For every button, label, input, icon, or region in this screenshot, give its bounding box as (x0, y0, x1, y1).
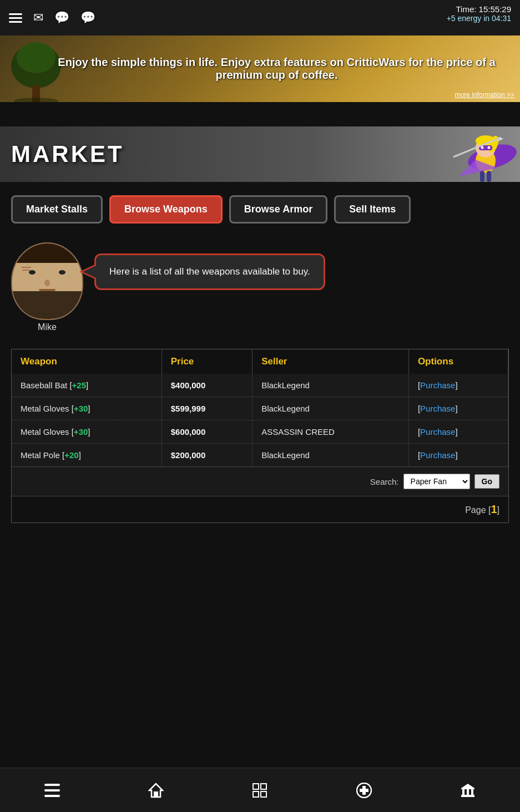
sell-items-button[interactable]: Sell Items (334, 195, 411, 224)
cell-seller-0: BlackLegend (253, 374, 409, 397)
svg-marker-34 (461, 784, 474, 788)
page-close: ] (497, 505, 499, 515)
mike-speech-text: Here is a list of all the weapons availa… (109, 266, 310, 277)
svg-rect-22 (253, 784, 259, 789)
mail-icon[interactable]: ✉ (33, 11, 43, 25)
col-header-weapon: Weapon (12, 349, 161, 374)
ad-more-info[interactable]: more information >> (455, 91, 514, 99)
bank-icon[interactable] (460, 783, 476, 798)
grid-icon[interactable] (252, 783, 267, 798)
time-display: Time: 15:55:29 +5 energy in 04:31 (447, 4, 511, 23)
mike-section: Mike Here is a list of all the weapons a… (0, 237, 520, 343)
mike-avatar-wrap: Mike (11, 242, 83, 332)
col-header-price: Price (161, 349, 252, 374)
svg-point-10 (481, 146, 484, 149)
table-header-row: Weapon Price Seller Options (12, 349, 508, 374)
search-row: Search: Paper FanBaseball BatMetal Glove… (12, 466, 508, 496)
table-row: Metal Pole [+20] $200,000 BlackLegend [P… (12, 444, 508, 467)
ad-text: Enjoy the simple things in life. Enjoy e… (0, 56, 520, 82)
table-row: Metal Gloves [+30] $599,999 BlackLegend … (12, 397, 508, 420)
col-header-seller: Seller (253, 349, 409, 374)
hamburger-icon[interactable] (9, 13, 22, 23)
cell-weapon-3: Metal Pole [+20] (12, 444, 161, 467)
weapons-table-wrap: Weapon Price Seller Options Baseball Bat… (11, 349, 509, 523)
svg-rect-31 (462, 789, 465, 795)
ad-banner: Enjoy the simple things in life. Enjoy e… (0, 35, 520, 102)
browse-armor-button[interactable]: Browse Armor (229, 195, 327, 224)
page-row: Page [1] (12, 496, 508, 522)
home-icon[interactable] (148, 783, 164, 798)
svg-rect-33 (471, 789, 473, 795)
nav-buttons: Market Stalls Browse Weapons Browse Armo… (0, 182, 520, 237)
svg-rect-29 (461, 795, 474, 797)
page-number[interactable]: 1 (491, 503, 497, 515)
energy-timer: +5 energy in 04:31 (447, 14, 511, 23)
svg-rect-15 (480, 171, 484, 182)
purchase-link-0[interactable]: Purchase (420, 380, 455, 390)
mike-name: Mike (11, 322, 83, 332)
bonus-0: +25 (72, 380, 86, 390)
bonus-3: +20 (64, 450, 78, 460)
purchase-link-3[interactable]: Purchase (420, 450, 455, 460)
cell-options-0: [Purchase] (408, 374, 508, 397)
hero-svg (403, 126, 520, 182)
col-header-options: Options (408, 349, 508, 374)
purchase-link-1[interactable]: Purchase (420, 404, 455, 413)
svg-rect-28 (360, 789, 368, 792)
cell-options-1: [Purchase] (408, 397, 508, 420)
svg-point-11 (488, 146, 491, 149)
cell-options-3: [Purchase] (408, 444, 508, 467)
cell-weapon-2: Metal Gloves [+30] (12, 420, 161, 444)
current-time: Time: 15:55:29 (447, 4, 511, 14)
svg-rect-30 (461, 788, 474, 789)
svg-rect-23 (261, 784, 266, 789)
svg-rect-25 (261, 791, 266, 797)
cell-seller-3: BlackLegend (253, 444, 409, 467)
bonus-2: +30 (74, 427, 88, 437)
svg-rect-24 (253, 791, 259, 797)
cell-price-3: $200,000 (161, 444, 252, 467)
svg-rect-16 (487, 171, 491, 182)
cell-weapon-1: Metal Gloves [+30] (12, 397, 161, 420)
cell-price-1: $599,999 (161, 397, 252, 420)
hospital-icon[interactable] (356, 783, 372, 798)
svg-rect-21 (154, 791, 158, 797)
browse-weapons-button[interactable]: Browse Weapons (109, 195, 223, 224)
chat-white-icon[interactable]: 💬 (80, 11, 95, 25)
svg-rect-18 (44, 789, 60, 791)
cell-options-2: [Purchase] (408, 420, 508, 444)
svg-rect-17 (44, 784, 60, 786)
cell-weapon-0: Baseball Bat [+25] (12, 374, 161, 397)
cell-seller-2: ASSASSIN CREED (253, 420, 409, 444)
svg-rect-19 (44, 795, 60, 797)
cell-price-0: $400,000 (161, 374, 252, 397)
table-row: Baseball Bat [+25] $400,000 BlackLegend … (12, 374, 508, 397)
bottom-hamburger-icon[interactable] (44, 784, 60, 797)
go-button[interactable]: Go (474, 474, 499, 489)
market-stalls-button[interactable]: Market Stalls (11, 195, 103, 224)
market-title: MARKET (11, 141, 124, 168)
top-bar-icons: ✉ 💬 💬 (9, 11, 95, 25)
svg-rect-32 (467, 789, 469, 795)
purchase-link-2[interactable]: Purchase (420, 427, 455, 437)
svg-point-3 (14, 98, 58, 102)
search-label: Search: (370, 477, 399, 486)
weapons-table: Weapon Price Seller Options Baseball Bat… (12, 349, 508, 466)
bottom-nav (0, 768, 520, 812)
top-bar: ✉ 💬 💬 Time: 15:55:29 +5 energy in 04:31 (0, 0, 520, 35)
page-label: Page [ (465, 505, 491, 515)
mike-speech-bubble: Here is a list of all the weapons availa… (94, 253, 325, 290)
cell-price-2: $600,000 (161, 420, 252, 444)
chat-red-icon[interactable]: 💬 (54, 11, 69, 25)
table-row: Metal Gloves [+30] $600,000 ASSASSIN CRE… (12, 420, 508, 444)
market-header: MARKET (0, 126, 520, 182)
cell-seller-1: BlackLegend (253, 397, 409, 420)
mike-avatar (11, 242, 83, 320)
hero-illustration (403, 126, 520, 182)
bonus-1: +30 (74, 404, 88, 413)
search-select[interactable]: Paper FanBaseball BatMetal GlovesMetal P… (403, 474, 470, 489)
